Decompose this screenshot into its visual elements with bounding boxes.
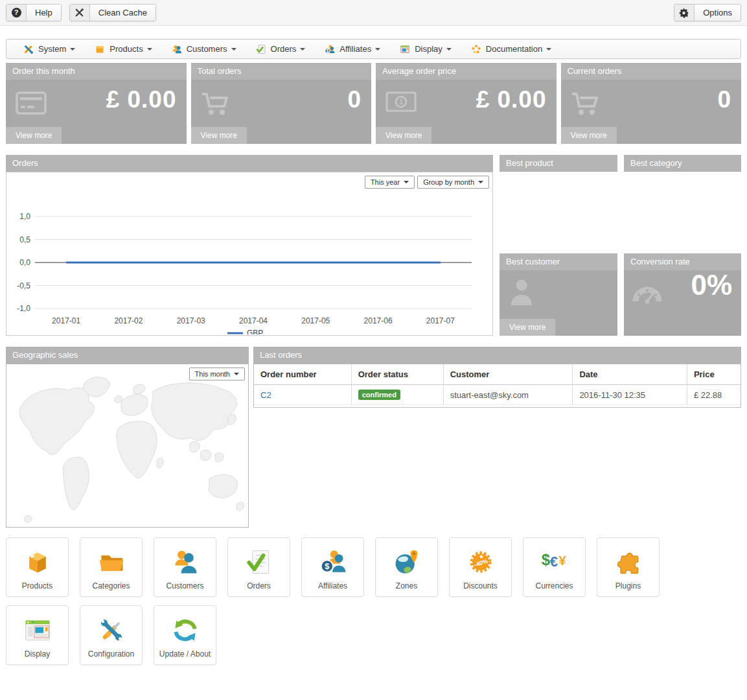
chevron-down-icon [231, 48, 236, 51]
menu-label: Display [415, 44, 442, 54]
table-header-row: Order number Order status Customer Date … [254, 364, 741, 385]
chevron-down-icon [300, 48, 305, 51]
last-orders-table: Order number Order status Customer Date … [254, 364, 741, 405]
affiliates-icon: $ [325, 44, 335, 54]
last-orders-table-wrap: Order number Order status Customer Date … [253, 364, 741, 408]
display-window-icon [23, 616, 52, 645]
date-cell: 2016-11-30 12:35 [573, 385, 687, 405]
conversion-rate-value: 0% [691, 269, 732, 301]
menu-item-customers[interactable]: Customers [172, 44, 236, 54]
orders-chart-body: This year Group by month 1,00,50,0-0,5-1… [6, 172, 493, 336]
stat-card-total-orders: Total orders 0 View more [191, 63, 372, 144]
menu-item-display[interactable]: Display [400, 44, 452, 54]
menu-label: System [38, 44, 66, 54]
stat-card-title: Current orders [561, 63, 742, 80]
tile-currencies[interactable]: $€¥ Currencies [523, 537, 586, 597]
svg-text:$: $ [327, 48, 329, 53]
folder-icon [97, 548, 126, 577]
column-header-order-number: Order number [254, 364, 351, 385]
help-button-label: Help [27, 5, 61, 21]
tile-affiliates[interactable]: $ Affiliates [301, 537, 364, 597]
menu-item-affiliates[interactable]: $ Affiliates [325, 44, 380, 54]
tile-display[interactable]: Display [6, 605, 69, 665]
tile-products[interactable]: Products [6, 537, 69, 597]
options-button-label: Options [695, 5, 741, 21]
customers-icon [172, 44, 182, 54]
gear-icon [674, 5, 695, 21]
svg-text:$: $ [325, 561, 329, 571]
tile-customers[interactable]: Customers [154, 537, 216, 597]
order-number-link[interactable]: C2 [260, 390, 271, 400]
tile-label: Affiliates [318, 581, 347, 590]
view-more-link[interactable]: View more [6, 127, 62, 144]
shortcut-grid: Products Categories Customers Orders $ A… [6, 537, 741, 665]
view-more-link[interactable]: View more [500, 319, 555, 336]
svg-text:2017-05: 2017-05 [301, 316, 330, 325]
tile-zones[interactable]: Zones [375, 537, 438, 597]
view-more-link[interactable]: View more [376, 127, 431, 144]
chevron-down-icon [147, 48, 152, 51]
conversion-rate-panel: Conversion rate 0% [624, 253, 741, 336]
system-icon [23, 44, 34, 54]
tile-orders[interactable]: Orders [227, 537, 290, 597]
chevron-down-icon [546, 48, 551, 51]
svg-text:1,0: 1,0 [19, 212, 30, 221]
menu-label: Products [109, 44, 143, 54]
menu-item-orders[interactable]: Orders [256, 44, 306, 54]
svg-text:€: € [549, 554, 557, 570]
best-category-panel: Best category [624, 155, 741, 172]
best-panels-column: Best product Best category Best customer… [500, 155, 741, 336]
svg-text:1: 1 [399, 98, 403, 106]
geo-period-dropdown-label: This month [195, 370, 230, 378]
geo-period-dropdown[interactable]: This month [189, 368, 245, 380]
svg-text:-1,0: -1,0 [17, 304, 30, 313]
tile-update-about[interactable]: Update / About [154, 605, 216, 665]
svg-text:-0,5: -0,5 [17, 281, 30, 290]
tile-plugins[interactable]: Plugins [597, 537, 660, 597]
menu-item-products[interactable]: Products [95, 44, 152, 54]
orders-line-chart: 1,00,50,0-0,5-1,02017-012017-022017-0320… [9, 172, 490, 337]
gauge-icon [632, 281, 662, 307]
tile-discounts[interactable]: -40% Discounts [449, 537, 512, 597]
geographic-sales-panel: Geographic sales This month [6, 347, 249, 528]
shortcut-row-2: Display Configuration Update / About [6, 605, 741, 665]
menu-item-system[interactable]: System [23, 44, 75, 54]
options-button[interactable]: Options [674, 4, 741, 21]
best-customer-title: Best customer [500, 253, 617, 270]
top-toolbar: ? Help Clean Cache Options [0, 0, 747, 26]
orders-chart-panel: Orders This year Group by month 1,00,50,… [6, 155, 493, 336]
chevron-down-icon [478, 181, 483, 183]
tile-configuration[interactable]: Configuration [80, 605, 143, 665]
world-map [6, 364, 248, 527]
view-more-link[interactable]: View more [191, 127, 247, 144]
best-customer-panel: Best customer View more [500, 253, 617, 336]
geographic-sales-title: Geographic sales [6, 347, 249, 364]
menu-item-documentation[interactable]: Documentation [471, 44, 551, 54]
tile-categories[interactable]: Categories [80, 537, 143, 597]
clean-cache-button-label: Clean Cache [90, 5, 155, 21]
orders-check-icon [244, 548, 274, 577]
view-more-link[interactable]: View more [561, 127, 617, 144]
tile-label: Currencies [535, 581, 573, 590]
chevron-down-icon [70, 48, 75, 51]
customers-people-icon [170, 548, 200, 577]
tile-label: Configuration [88, 649, 134, 659]
svg-text:2017-03: 2017-03 [177, 316, 205, 325]
bottom-row: Geographic sales This month [6, 347, 741, 528]
group-by-dropdown[interactable]: Group by month [417, 176, 489, 189]
chevron-down-icon [234, 373, 239, 375]
stat-card-average-order-price: Average order price 1 £ 0.00 View more [376, 63, 557, 144]
help-button[interactable]: ? Help [6, 4, 62, 21]
clean-cache-button[interactable]: Clean Cache [69, 4, 156, 21]
geographic-sales-body: This month [6, 364, 249, 528]
table-row: C2 confirmed stuart-east@sky.com 2016-11… [254, 385, 741, 405]
tile-label: Zones [396, 581, 417, 590]
globe-pin-icon [392, 548, 422, 577]
svg-text:0,5: 0,5 [19, 235, 30, 244]
customer-cell: stuart-east@sky.com [443, 385, 573, 405]
stat-card-title: Average order price [376, 63, 557, 80]
period-dropdown[interactable]: This year [365, 176, 415, 189]
stat-card-value: 0 [717, 86, 731, 113]
clean-cache-icon [70, 5, 90, 21]
column-header-customer: Customer [443, 364, 573, 385]
